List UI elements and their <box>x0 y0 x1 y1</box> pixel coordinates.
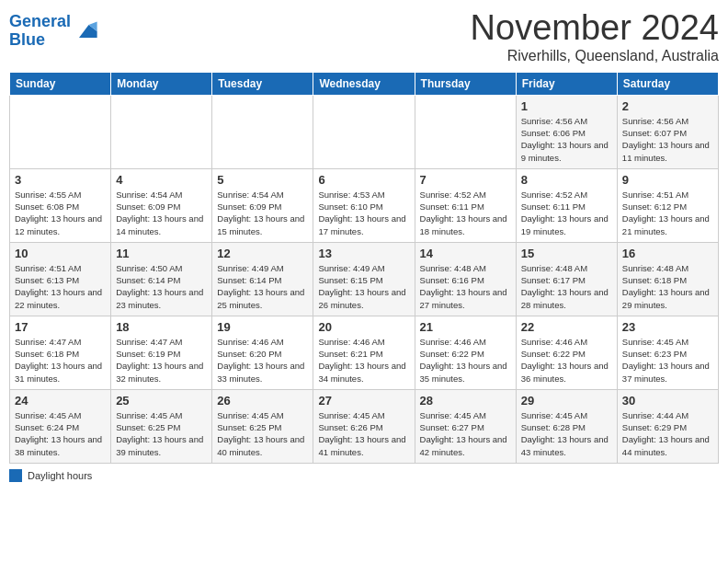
calendar-header-row: SundayMondayTuesdayWednesdayThursdayFrid… <box>10 72 719 95</box>
calendar-cell: 18Sunrise: 4:47 AM Sunset: 6:19 PM Dayli… <box>111 316 212 389</box>
calendar-cell: 4Sunrise: 4:54 AM Sunset: 6:09 PM Daylig… <box>111 168 212 242</box>
day-number: 18 <box>116 320 207 334</box>
page-header: General Blue November 2024 Riverhills, Q… <box>9 9 719 64</box>
day-number: 3 <box>15 173 106 187</box>
day-info: Sunrise: 4:44 AM Sunset: 6:29 PM Dayligh… <box>622 409 713 458</box>
day-info: Sunrise: 4:55 AM Sunset: 6:08 PM Dayligh… <box>15 189 106 237</box>
day-number: 4 <box>116 173 207 187</box>
day-number: 20 <box>318 320 409 334</box>
day-number: 21 <box>420 320 511 334</box>
day-number: 16 <box>622 247 713 260</box>
day-info: Sunrise: 4:49 AM Sunset: 6:15 PM Dayligh… <box>318 262 409 311</box>
day-number: 27 <box>318 394 409 408</box>
day-info: Sunrise: 4:48 AM Sunset: 6:16 PM Dayligh… <box>420 262 511 311</box>
calendar-week-row: 17Sunrise: 4:47 AM Sunset: 6:18 PM Dayli… <box>10 316 719 389</box>
calendar-body: 1Sunrise: 4:56 AM Sunset: 6:06 PM Daylig… <box>10 95 719 463</box>
calendar-week-row: 10Sunrise: 4:51 AM Sunset: 6:13 PM Dayli… <box>10 242 719 316</box>
calendar-cell: 5Sunrise: 4:54 AM Sunset: 6:09 PM Daylig… <box>212 168 313 242</box>
calendar-cell <box>111 95 212 168</box>
calendar-cell: 1Sunrise: 4:56 AM Sunset: 6:06 PM Daylig… <box>516 95 617 168</box>
day-info: Sunrise: 4:46 AM Sunset: 6:22 PM Dayligh… <box>521 336 612 385</box>
day-info: Sunrise: 4:45 AM Sunset: 6:25 PM Dayligh… <box>217 409 308 458</box>
logo-icon <box>73 18 98 44</box>
day-info: Sunrise: 4:45 AM Sunset: 6:28 PM Dayligh… <box>521 409 612 458</box>
day-info: Sunrise: 4:48 AM Sunset: 6:17 PM Dayligh… <box>521 262 612 311</box>
calendar-table: SundayMondayTuesdayWednesdayThursdayFrid… <box>9 72 719 464</box>
calendar-day-header: Monday <box>111 72 212 95</box>
legend-label: Daylight hours <box>28 470 92 481</box>
day-info: Sunrise: 4:45 AM Sunset: 6:26 PM Dayligh… <box>318 409 409 458</box>
day-number: 7 <box>420 173 511 187</box>
day-info: Sunrise: 4:47 AM Sunset: 6:18 PM Dayligh… <box>15 336 106 385</box>
calendar-cell: 8Sunrise: 4:52 AM Sunset: 6:11 PM Daylig… <box>516 168 617 242</box>
calendar-cell: 30Sunrise: 4:44 AM Sunset: 6:29 PM Dayli… <box>617 389 718 463</box>
logo-text: General Blue <box>9 13 71 50</box>
day-info: Sunrise: 4:45 AM Sunset: 6:27 PM Dayligh… <box>420 409 511 458</box>
day-number: 15 <box>521 247 612 260</box>
day-number: 2 <box>622 99 713 113</box>
calendar-cell: 17Sunrise: 4:47 AM Sunset: 6:18 PM Dayli… <box>10 316 111 389</box>
calendar-cell: 29Sunrise: 4:45 AM Sunset: 6:28 PM Dayli… <box>516 389 617 463</box>
calendar-week-row: 3Sunrise: 4:55 AM Sunset: 6:08 PM Daylig… <box>10 168 719 242</box>
title-area: November 2024 Riverhills, Queensland, Au… <box>471 9 719 64</box>
day-number: 22 <box>521 320 612 334</box>
day-number: 29 <box>521 394 612 408</box>
calendar-week-row: 1Sunrise: 4:56 AM Sunset: 6:06 PM Daylig… <box>10 95 719 168</box>
calendar-cell <box>10 95 111 168</box>
calendar-day-header: Saturday <box>617 72 718 95</box>
day-info: Sunrise: 4:53 AM Sunset: 6:10 PM Dayligh… <box>318 189 409 237</box>
day-number: 13 <box>318 247 409 260</box>
day-info: Sunrise: 4:54 AM Sunset: 6:09 PM Dayligh… <box>217 189 308 237</box>
day-number: 9 <box>622 173 713 187</box>
day-number: 1 <box>521 99 612 113</box>
calendar-cell <box>212 95 313 168</box>
day-number: 8 <box>521 173 612 187</box>
day-number: 10 <box>15 247 106 260</box>
calendar-day-header: Sunday <box>10 72 111 95</box>
calendar-cell: 16Sunrise: 4:48 AM Sunset: 6:18 PM Dayli… <box>617 242 718 316</box>
calendar-cell: 21Sunrise: 4:46 AM Sunset: 6:22 PM Dayli… <box>415 316 516 389</box>
day-number: 24 <box>15 394 106 408</box>
calendar-cell: 15Sunrise: 4:48 AM Sunset: 6:17 PM Dayli… <box>516 242 617 316</box>
day-number: 5 <box>217 173 308 187</box>
calendar-cell: 24Sunrise: 4:45 AM Sunset: 6:24 PM Dayli… <box>10 389 111 463</box>
calendar-cell: 3Sunrise: 4:55 AM Sunset: 6:08 PM Daylig… <box>10 168 111 242</box>
calendar-cell: 27Sunrise: 4:45 AM Sunset: 6:26 PM Dayli… <box>313 389 415 463</box>
day-info: Sunrise: 4:51 AM Sunset: 6:12 PM Dayligh… <box>622 189 713 237</box>
calendar-cell: 28Sunrise: 4:45 AM Sunset: 6:27 PM Dayli… <box>415 389 516 463</box>
day-info: Sunrise: 4:48 AM Sunset: 6:18 PM Dayligh… <box>622 262 713 311</box>
legend-box <box>9 469 22 482</box>
calendar-day-header: Thursday <box>415 72 516 95</box>
calendar-day-header: Friday <box>516 72 617 95</box>
day-info: Sunrise: 4:46 AM Sunset: 6:22 PM Dayligh… <box>420 336 511 385</box>
day-info: Sunrise: 4:51 AM Sunset: 6:13 PM Dayligh… <box>15 262 106 311</box>
day-info: Sunrise: 4:54 AM Sunset: 6:09 PM Dayligh… <box>116 189 207 237</box>
day-number: 17 <box>15 320 106 334</box>
day-number: 25 <box>116 394 207 408</box>
day-number: 26 <box>217 394 308 408</box>
day-info: Sunrise: 4:52 AM Sunset: 6:11 PM Dayligh… <box>521 189 612 237</box>
calendar-cell: 9Sunrise: 4:51 AM Sunset: 6:12 PM Daylig… <box>617 168 718 242</box>
legend: Daylight hours <box>9 469 719 482</box>
day-number: 28 <box>420 394 511 408</box>
calendar-cell: 2Sunrise: 4:56 AM Sunset: 6:07 PM Daylig… <box>617 95 718 168</box>
day-info: Sunrise: 4:46 AM Sunset: 6:21 PM Dayligh… <box>318 336 409 385</box>
calendar-cell <box>415 95 516 168</box>
calendar-cell: 19Sunrise: 4:46 AM Sunset: 6:20 PM Dayli… <box>212 316 313 389</box>
calendar-cell <box>313 95 415 168</box>
day-number: 14 <box>420 247 511 260</box>
calendar-cell: 25Sunrise: 4:45 AM Sunset: 6:25 PM Dayli… <box>111 389 212 463</box>
calendar-day-header: Wednesday <box>313 72 415 95</box>
day-number: 19 <box>217 320 308 334</box>
day-info: Sunrise: 4:56 AM Sunset: 6:07 PM Dayligh… <box>622 115 713 164</box>
calendar-cell: 10Sunrise: 4:51 AM Sunset: 6:13 PM Dayli… <box>10 242 111 316</box>
day-info: Sunrise: 4:45 AM Sunset: 6:24 PM Dayligh… <box>15 409 106 458</box>
day-number: 23 <box>622 320 713 334</box>
day-info: Sunrise: 4:47 AM Sunset: 6:19 PM Dayligh… <box>116 336 207 385</box>
day-info: Sunrise: 4:49 AM Sunset: 6:14 PM Dayligh… <box>217 262 308 311</box>
calendar-cell: 20Sunrise: 4:46 AM Sunset: 6:21 PM Dayli… <box>313 316 415 389</box>
calendar-cell: 26Sunrise: 4:45 AM Sunset: 6:25 PM Dayli… <box>212 389 313 463</box>
calendar-cell: 7Sunrise: 4:52 AM Sunset: 6:11 PM Daylig… <box>415 168 516 242</box>
day-info: Sunrise: 4:52 AM Sunset: 6:11 PM Dayligh… <box>420 189 511 237</box>
calendar-cell: 23Sunrise: 4:45 AM Sunset: 6:23 PM Dayli… <box>617 316 718 389</box>
